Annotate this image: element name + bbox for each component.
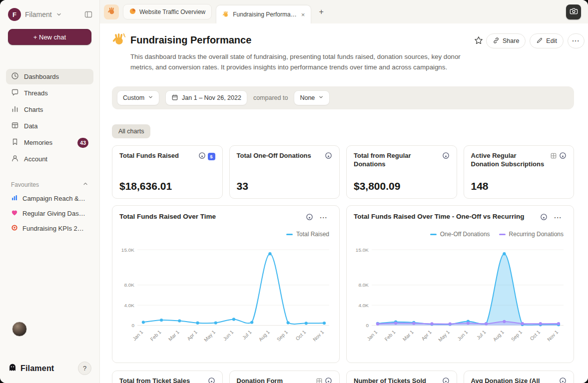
stat-value: $3,800.09 bbox=[354, 180, 450, 192]
page-description: This dashboard tracks the overall state … bbox=[130, 52, 468, 72]
svg-text:Jan 1: Jan 1 bbox=[131, 329, 144, 342]
svg-text:0: 0 bbox=[131, 323, 134, 328]
legend-item[interactable]: One-Off Donations bbox=[430, 231, 490, 238]
sidebar-item-label: Memories bbox=[24, 139, 52, 146]
link-icon bbox=[493, 37, 500, 45]
heart-icon bbox=[11, 209, 18, 218]
legend-label: Recurring Donations bbox=[509, 231, 564, 238]
legend-item[interactable]: Recurring Donations bbox=[499, 231, 564, 238]
sidebar-item-label: Account bbox=[24, 155, 47, 163]
edit-button[interactable]: Edit bbox=[530, 33, 564, 48]
new-chat-button[interactable]: + New chat bbox=[8, 29, 91, 45]
sidebar-item-memories[interactable]: Memories 43 bbox=[6, 135, 93, 150]
favorite-star-button[interactable] bbox=[468, 34, 482, 48]
range-type-dropdown[interactable]: Custom bbox=[117, 90, 159, 105]
stat-value: 148 bbox=[471, 180, 567, 192]
app-window: F Filament + New chat Dashboards Threads bbox=[0, 0, 588, 383]
user-avatar[interactable] bbox=[12, 322, 27, 337]
metric-source-icon bbox=[442, 377, 450, 383]
all-charts-chip[interactable]: All charts bbox=[112, 124, 150, 138]
sidebar-bottom: Filament ? bbox=[0, 322, 99, 383]
legend-item[interactable]: Total Raised bbox=[286, 231, 329, 238]
new-tab-button[interactable]: + bbox=[315, 6, 327, 18]
target-icon bbox=[11, 224, 18, 233]
metric-source-icon bbox=[325, 377, 332, 383]
svg-text:Jul 1: Jul 1 bbox=[241, 329, 253, 341]
svg-text:Sep 1: Sep 1 bbox=[276, 329, 289, 343]
stat-title: Donation Form Conversion bbox=[237, 377, 312, 383]
sidebar-item-data[interactable]: Data bbox=[6, 118, 93, 134]
legend-swatch bbox=[286, 234, 293, 235]
tab-bar: Website Traffic Overview Fundraising Per… bbox=[100, 0, 588, 23]
stat-title: Number of Tickets Sold bbox=[354, 377, 426, 383]
favourites-header[interactable]: Favourites bbox=[11, 181, 88, 188]
date-range-value: Jan 1 – Nov 26, 2022 bbox=[182, 94, 241, 101]
svg-text:May 1: May 1 bbox=[203, 329, 216, 343]
chart-legend: One-Off Donations Recurring Donations bbox=[354, 231, 567, 238]
grid-icon bbox=[316, 378, 323, 383]
metric-source-icon bbox=[306, 213, 313, 223]
user-icon bbox=[11, 154, 19, 164]
svg-text:Apr 1: Apr 1 bbox=[420, 329, 433, 342]
workspace-switcher[interactable]: F Filament bbox=[0, 0, 99, 26]
chevron-down-icon bbox=[148, 94, 153, 101]
share-button[interactable]: Share bbox=[486, 33, 526, 48]
currency-icon: $ bbox=[208, 153, 215, 160]
area-chart-oneoff-recurring: 04.0K8.0K15.0KJan 1Feb 1Mar 1Apr 1May 1J… bbox=[354, 240, 567, 357]
chevron-up-icon bbox=[82, 181, 88, 188]
sidebar-item-label: Data bbox=[24, 122, 37, 130]
stat-value: $18,636.01 bbox=[119, 180, 215, 192]
tab-close-icon[interactable]: × bbox=[301, 11, 305, 18]
favourite-item-campaign-reach[interactable]: Campaign Reach &… bbox=[6, 191, 93, 205]
sidebar-item-threads[interactable]: Threads bbox=[6, 85, 93, 101]
tab-website-traffic-overview[interactable]: Website Traffic Overview bbox=[123, 4, 212, 19]
sidebar-item-account[interactable]: Account bbox=[6, 151, 93, 167]
favourite-label: Fundraising KPIs 2… bbox=[22, 225, 84, 232]
stat-title: Total One-Off Donations bbox=[237, 152, 311, 160]
metric-source-icon bbox=[559, 152, 567, 161]
stat-title: Total from Ticket Sales bbox=[119, 377, 190, 383]
svg-text:8.0K: 8.0K bbox=[358, 282, 369, 288]
screenshot-camera-button[interactable] bbox=[566, 4, 581, 19]
chart-more-button[interactable]: ··· bbox=[550, 213, 567, 223]
svg-text:Jun 1: Jun 1 bbox=[456, 329, 469, 342]
svg-text:Apr 1: Apr 1 bbox=[186, 329, 198, 342]
card-total-ticket-sales: Total from Ticket Sales bbox=[112, 371, 223, 383]
sidebar-item-dashboards[interactable]: Dashboards bbox=[6, 69, 93, 84]
favourite-item-fundraising-kpis[interactable]: Fundraising KPIs 2… bbox=[6, 221, 93, 235]
calendar-icon bbox=[171, 94, 178, 102]
tab-fundraising-performance[interactable]: Fundraising Performa… × bbox=[216, 5, 311, 23]
favourites-title: Favourites bbox=[11, 181, 39, 188]
favourite-label: Regular Giving Das… bbox=[22, 210, 85, 217]
chart-title: Total Funds Raised Over Time - One-Off v… bbox=[354, 213, 525, 220]
svg-text:Jul 1: Jul 1 bbox=[476, 329, 487, 341]
date-range-picker[interactable]: Jan 1 – Nov 26, 2022 bbox=[165, 90, 247, 105]
chart-more-button[interactable]: ··· bbox=[315, 213, 332, 223]
stat-card-regular-donations: Total from Regular Donations $3,800.09 bbox=[346, 145, 457, 199]
sidebar-item-charts[interactable]: Charts bbox=[6, 102, 93, 117]
sidebar: F Filament + New chat Dashboards Threads bbox=[0, 0, 100, 383]
bookmark-icon bbox=[11, 138, 19, 147]
sidebar-toggle-icon[interactable] bbox=[84, 10, 92, 18]
legend-label: One-Off Donations bbox=[440, 231, 490, 238]
charts-icon bbox=[11, 105, 19, 114]
svg-text:Aug 1: Aug 1 bbox=[492, 329, 506, 343]
pinned-tab[interactable] bbox=[104, 4, 119, 19]
card-number-tickets-sold: Number of Tickets Sold bbox=[346, 371, 457, 383]
page-title: Fundraising Performance bbox=[130, 34, 251, 46]
svg-text:4.0K: 4.0K bbox=[124, 303, 134, 308]
more-options-button[interactable]: ··· bbox=[568, 33, 585, 48]
tab-label: Fundraising Performa… bbox=[233, 11, 296, 18]
favourite-item-regular-giving[interactable]: Regular Giving Das… bbox=[6, 206, 93, 220]
metric-source-icon bbox=[559, 377, 567, 383]
table-icon bbox=[11, 121, 19, 131]
help-button[interactable]: ? bbox=[78, 362, 91, 375]
legend-swatch bbox=[499, 234, 506, 235]
svg-text:15.0K: 15.0K bbox=[121, 247, 134, 253]
tab-label: Website Traffic Overview bbox=[139, 8, 205, 15]
edit-label: Edit bbox=[546, 37, 557, 44]
chart-card-total-funds-over-time: Total Funds Raised Over Time ··· Total R… bbox=[112, 205, 340, 363]
compare-dropdown[interactable]: None bbox=[294, 90, 330, 105]
bar-chart-icon bbox=[11, 194, 18, 203]
workspace-name: Filament bbox=[25, 10, 52, 18]
